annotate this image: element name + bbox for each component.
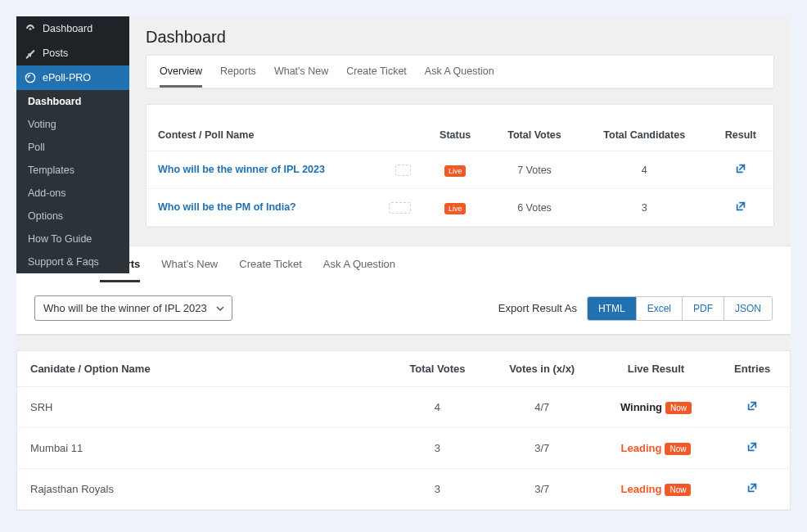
poll-cands: 3 <box>581 189 708 227</box>
result-row: Rajasthan Royals 3 3/7 LeadingNow <box>17 469 790 510</box>
cand-name: Mumbai 11 <box>17 428 388 469</box>
polls-table: Contest / Poll Name Status Total Votes T… <box>147 119 773 227</box>
faint-badge <box>395 165 412 176</box>
poll-votes: 6 Votes <box>488 189 580 227</box>
epoll-icon <box>25 72 36 83</box>
poll-name-link[interactable]: Who will be the PM of India? <box>158 201 296 213</box>
sidebar-item-epoll[interactable]: ePoll-PRO <box>16 65 129 90</box>
export-buttons: HTML Excel PDF JSON <box>587 296 773 321</box>
cand-votes: 3 <box>388 469 487 510</box>
sidebar-item-dashboard[interactable]: Dashboard <box>16 16 129 41</box>
export-json[interactable]: JSON <box>724 297 772 320</box>
gauge-icon <box>25 23 36 34</box>
col-votes: Total Votes <box>488 119 580 151</box>
status-badge-live: Live <box>444 203 467 214</box>
sidebar-submenu: Dashboard Voting Poll Templates Add-ons … <box>16 90 129 273</box>
now-badge: Now <box>665 402 692 414</box>
col-cands: Total Candidates <box>581 119 708 151</box>
export-html[interactable]: HTML <box>588 297 637 320</box>
open-entries-icon[interactable] <box>746 400 758 412</box>
sub-item-howto[interactable]: How To Guide <box>16 228 129 250</box>
export-group: Export Result As HTML Excel PDF JSON <box>498 296 773 321</box>
tab2-whatsnew[interactable]: What's New <box>161 246 218 282</box>
live-winning: Winning <box>620 401 662 413</box>
sub-item-addons[interactable]: Add-ons <box>16 182 129 205</box>
col-result: Result <box>708 119 773 151</box>
overview-card: Overview Reports What's New Create Ticke… <box>146 55 774 89</box>
cand-name: SRH <box>17 387 388 428</box>
results-table: Canidate / Option Name Total Votes Votes… <box>17 351 790 510</box>
tab-create-ticket[interactable]: Create Ticket <box>346 56 407 88</box>
cand-ratio: 3/7 <box>487 428 597 469</box>
tab-overview[interactable]: Overview <box>160 56 202 88</box>
filter-row: Who will be the winner of IPL 2023 Expor… <box>16 282 791 335</box>
result-row: Mumbai 11 3 3/7 LeadingNow <box>17 428 790 469</box>
export-label: Export Result As <box>498 302 577 314</box>
svg-point-0 <box>25 73 34 82</box>
poll-row: Who will be the winner of IPL 2023 Live … <box>147 151 773 189</box>
tab2-create-ticket[interactable]: Create Ticket <box>239 246 302 282</box>
rcol-entries: Entries <box>715 351 790 387</box>
tab-whatsnew[interactable]: What's New <box>274 56 328 88</box>
poll-row: Who will be the PM of India? Live 6 Vote… <box>147 189 773 227</box>
faint-badge <box>389 202 411 214</box>
sidebar-label: ePoll-PRO <box>43 72 91 83</box>
results-card: Canidate / Option Name Total Votes Votes… <box>16 350 791 511</box>
result-row: SRH 4 4/7 WinningNow <box>17 387 790 428</box>
sub-item-dashboard[interactable]: Dashboard <box>16 90 129 113</box>
chevron-down-icon <box>215 304 225 313</box>
rcol-ratio: Votes in (x/x) <box>487 351 597 387</box>
now-badge: Now <box>665 484 691 496</box>
sub-item-voting[interactable]: Voting <box>16 113 129 136</box>
sidebar-label: Posts <box>43 47 68 59</box>
export-excel[interactable]: Excel <box>637 297 683 320</box>
admin-sidebar: Dashboard Posts ePoll-PRO Dashboard Voti… <box>16 16 129 273</box>
live-leading: Leading <box>621 442 662 454</box>
open-result-icon[interactable] <box>735 163 746 174</box>
col-name: Contest / Poll Name <box>147 119 422 151</box>
status-badge-live: Live <box>444 165 467 177</box>
main-content: Dashboard Overview Reports What's New Cr… <box>129 16 791 228</box>
rcol-live: Live Result <box>597 351 715 387</box>
export-pdf[interactable]: PDF <box>683 297 724 320</box>
cand-votes: 3 <box>388 428 487 469</box>
top-tabs: Overview Reports What's New Create Ticke… <box>147 56 773 88</box>
poll-select[interactable]: Who will be the winner of IPL 2023 <box>34 295 232 321</box>
poll-name-link[interactable]: Who will be the winner of IPL 2023 <box>158 164 325 175</box>
sub-item-support[interactable]: Support & Faqs <box>16 250 129 273</box>
poll-cands: 4 <box>581 151 708 189</box>
now-badge: Now <box>665 443 691 455</box>
cand-name: Rajasthan Royals <box>17 469 388 510</box>
open-entries-icon[interactable] <box>746 482 758 494</box>
rcol-votes: Total Votes <box>388 351 487 387</box>
poll-votes: 7 Votes <box>488 151 580 189</box>
open-entries-icon[interactable] <box>746 441 758 453</box>
page-title: Dashboard <box>146 28 774 47</box>
tab-reports[interactable]: Reports <box>220 56 256 88</box>
cand-ratio: 3/7 <box>487 469 597 510</box>
open-result-icon[interactable] <box>735 201 746 212</box>
rcol-name: Canidate / Option Name <box>17 351 388 387</box>
pin-icon <box>25 47 36 59</box>
sub-item-options[interactable]: Options <box>16 205 129 228</box>
tab2-ask-question[interactable]: Ask A Question <box>323 246 395 282</box>
col-status: Status <box>422 119 488 151</box>
sidebar-item-posts[interactable]: Posts <box>16 41 129 65</box>
poll-select-value: Who will be the winner of IPL 2023 <box>43 302 207 314</box>
cand-ratio: 4/7 <box>487 387 597 428</box>
tab-ask-question[interactable]: Ask A Question <box>425 56 494 88</box>
live-leading: Leading <box>621 483 662 495</box>
sidebar-label: Dashboard <box>43 23 92 34</box>
sub-item-templates[interactable]: Templates <box>16 159 129 182</box>
sub-item-poll[interactable]: Poll <box>16 136 129 159</box>
reports-tabs: Overview Reports What's New Create Ticke… <box>16 246 791 282</box>
cand-votes: 4 <box>388 387 487 428</box>
